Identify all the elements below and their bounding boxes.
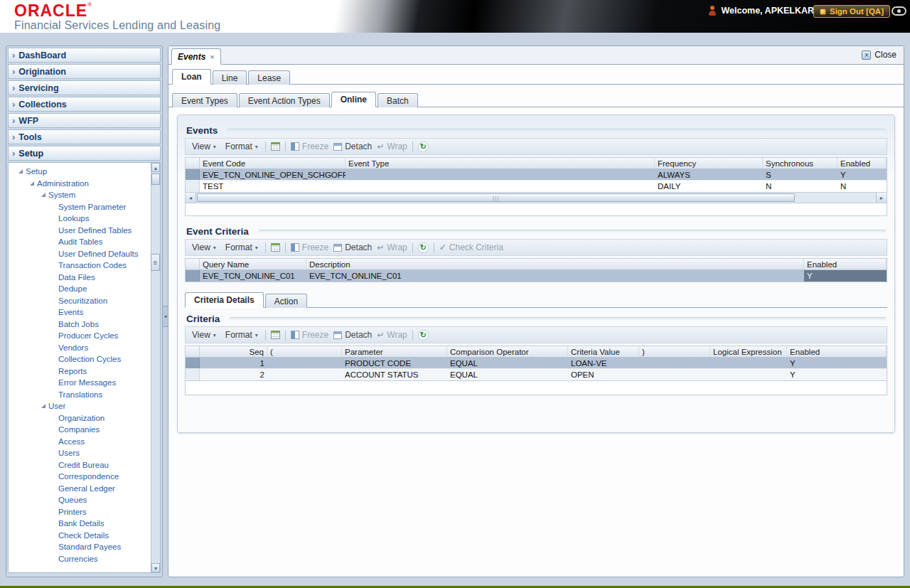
view-menu[interactable]: View▾: [190, 141, 218, 152]
detach-button[interactable]: Detach: [333, 330, 372, 340]
tree-item-translations[interactable]: Translations: [9, 389, 150, 401]
sidebar-item-collections[interactable]: ›Collections: [8, 97, 161, 112]
column-header-criteria-value[interactable]: Criteria Value: [568, 346, 639, 357]
export-button[interactable]: [271, 331, 280, 339]
tree-item-system-parameter[interactable]: System Parameter: [9, 201, 150, 213]
wrap-button[interactable]: ↵Wrap: [377, 141, 407, 151]
tree-item-access[interactable]: Access: [9, 436, 150, 448]
column-header-enabled[interactable]: Enabled: [804, 259, 887, 269]
check-criteria-button[interactable]: ✓Check Criteria: [439, 242, 503, 252]
scroll-right-arrow[interactable]: ►: [876, 193, 887, 203]
tree-item-users[interactable]: Users: [9, 447, 150, 459]
profile-oval-icon[interactable]: [892, 6, 906, 16]
freeze-button[interactable]: Freeze: [291, 242, 328, 252]
splitter-grip[interactable]: ≡: [151, 254, 160, 271]
sidebar-item-origination[interactable]: ›Origination: [8, 64, 161, 79]
column-header-parameter[interactable]: Parameter: [342, 346, 447, 357]
expand-icon[interactable]: [41, 404, 46, 408]
tree-item-audit-tables[interactable]: Audit Tables: [9, 236, 150, 248]
tree-item-setup[interactable]: Setup: [9, 166, 150, 178]
expand-icon[interactable]: [41, 193, 46, 197]
tree-item-vendors[interactable]: Vendors: [9, 342, 150, 354]
tab-action[interactable]: Action: [265, 294, 307, 308]
tree-item-user-defined-defaults[interactable]: User Defined Defaults: [9, 248, 150, 260]
row-selector[interactable]: [186, 358, 200, 368]
tree-item-producer-cycles[interactable]: Producer Cycles: [9, 330, 150, 342]
document-tab-events[interactable]: Events ×: [171, 48, 221, 65]
export-button[interactable]: [271, 142, 280, 151]
column-header-synchronous[interactable]: Synchronous: [763, 158, 837, 169]
sign-out-button[interactable]: Sign Out [QA]: [813, 5, 890, 18]
format-menu[interactable]: Format▾: [223, 329, 260, 341]
tree-item-currencies[interactable]: Currencies: [9, 553, 150, 565]
row-selector[interactable]: [186, 270, 200, 282]
expand-icon[interactable]: [18, 169, 23, 173]
table-row[interactable]: 1 PRODUCT CODE EQUAL LOAN-VE Y: [186, 358, 887, 369]
column-header-open-paren[interactable]: (: [267, 346, 342, 357]
table-row[interactable]: TEST DAILY N N: [186, 181, 887, 192]
tab-criteria-details[interactable]: Criteria Details: [185, 292, 264, 308]
tree-item-system[interactable]: System: [9, 189, 150, 201]
tab-line[interactable]: Line: [213, 70, 247, 85]
tree-item-check-details[interactable]: Check Details: [9, 530, 150, 542]
tree-item-user[interactable]: User: [9, 400, 150, 412]
tree-item-user-defined-tables[interactable]: User Defined Tables: [9, 225, 150, 237]
freeze-button[interactable]: Freeze: [291, 330, 328, 340]
row-selector[interactable]: [186, 169, 200, 180]
column-header-event-code[interactable]: Event Code: [200, 158, 346, 169]
row-selector[interactable]: [186, 181, 200, 192]
tree-item-queues[interactable]: Queues: [9, 494, 150, 506]
tab-lease[interactable]: Lease: [248, 70, 290, 85]
column-header-seq[interactable]: Seq: [200, 346, 267, 357]
freeze-button[interactable]: Freeze: [291, 141, 328, 151]
wrap-button[interactable]: ↵Wrap: [377, 330, 407, 340]
expand-icon[interactable]: [30, 181, 34, 186]
tree-item-correspondence[interactable]: Correspondence: [9, 471, 150, 483]
tab-batch[interactable]: Batch: [378, 93, 418, 107]
tree-item-bank-details[interactable]: Bank Details: [9, 518, 150, 530]
column-header-comparison-operator[interactable]: Comparison Operator: [447, 346, 568, 357]
tree-item-reports[interactable]: Reports: [9, 365, 150, 378]
tree-item-batch-jobs[interactable]: Batch Jobs: [9, 319, 150, 331]
sidebar-item-wfp[interactable]: ›WFP: [8, 113, 161, 128]
tree-item-error-messages[interactable]: Error Messages: [9, 377, 150, 389]
tree-item-standard-payees[interactable]: Standard Payees: [9, 541, 150, 553]
scrollbar-thumb[interactable]: [151, 173, 160, 185]
tree-item-transaction-codes[interactable]: Transaction Codes: [9, 260, 150, 272]
export-button[interactable]: [271, 243, 280, 252]
column-header-description[interactable]: Description: [306, 259, 804, 269]
refresh-icon[interactable]: ↻: [418, 330, 429, 341]
refresh-icon[interactable]: ↻: [418, 141, 429, 152]
table-row[interactable]: 2 ACCOUNT STATUS EQUAL OPEN Y: [186, 369, 887, 380]
sidebar-item-dashboard[interactable]: ›DashBoard: [8, 48, 161, 63]
tree-item-securitization[interactable]: Securitization: [9, 295, 150, 307]
tab-loan[interactable]: Loan: [172, 69, 211, 85]
row-selector[interactable]: [186, 369, 200, 380]
tree-scrollbar[interactable]: ▲ ≡ ▼: [151, 163, 160, 572]
tree-item-printers[interactable]: Printers: [9, 506, 150, 518]
user-menu[interactable]: Welcome, APKELKAR ▼: [708, 6, 823, 16]
detach-button[interactable]: Detach: [333, 141, 372, 151]
tab-event-types[interactable]: Event Types: [172, 93, 237, 107]
tree-item-credit-bureau[interactable]: Credit Bureau: [9, 459, 150, 471]
sidebar-item-tools[interactable]: ›Tools: [8, 129, 161, 144]
scroll-up-arrow[interactable]: ▲: [151, 163, 160, 172]
column-header-query-name[interactable]: Query Name: [200, 259, 306, 269]
refresh-icon[interactable]: ↻: [418, 242, 429, 253]
tree-item-general-ledger[interactable]: General Ledger: [9, 483, 150, 495]
scrollbar-track[interactable]: |||: [196, 193, 876, 203]
events-horizontal-scrollbar[interactable]: ◄ ||| ►: [185, 193, 887, 203]
scrollbar-thumb[interactable]: |||: [197, 193, 795, 202]
sidebar-item-servicing[interactable]: ›Servicing: [8, 80, 161, 95]
tree-item-dedupe[interactable]: Dedupe: [9, 283, 150, 295]
column-header-frequency[interactable]: Frequency: [655, 158, 763, 169]
format-menu[interactable]: Format▾: [223, 141, 260, 152]
scroll-down-arrow[interactable]: ▼: [151, 563, 160, 572]
tab-event-action-types[interactable]: Event Action Types: [239, 93, 330, 107]
close-button[interactable]: × Close: [862, 50, 896, 60]
column-header-logical-expression[interactable]: Logical Expression: [710, 346, 787, 357]
sidebar-item-setup[interactable]: ›Setup: [8, 146, 161, 161]
tab-close-icon[interactable]: ×: [210, 53, 214, 60]
tree-item-companies[interactable]: Companies: [9, 424, 150, 436]
column-header-enabled[interactable]: Enabled: [787, 346, 887, 357]
